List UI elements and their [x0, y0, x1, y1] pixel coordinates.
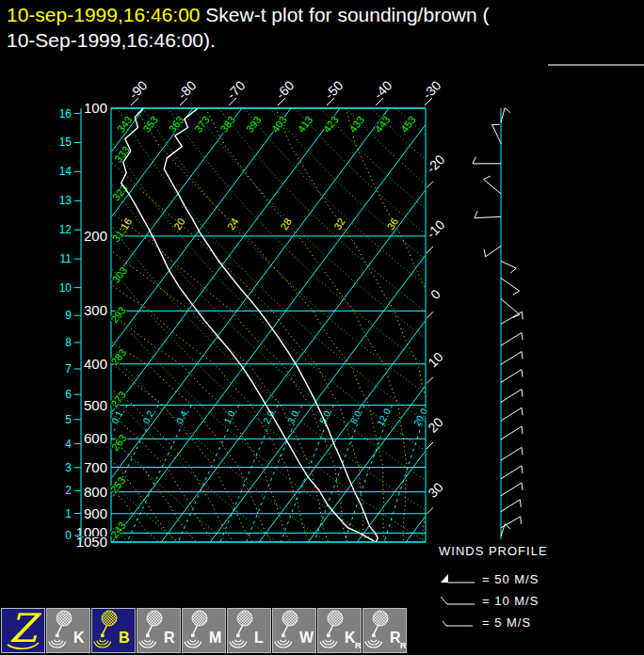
- svg-text:373: 373: [192, 114, 212, 135]
- svg-text:5: 5: [65, 413, 72, 426]
- svg-text:500: 500: [84, 397, 107, 413]
- svg-text:300: 300: [84, 302, 107, 318]
- svg-text:413: 413: [296, 114, 315, 135]
- svg-text:20: 20: [171, 216, 187, 232]
- svg-text:10: 10: [425, 349, 445, 370]
- svg-text:R: R: [355, 641, 361, 650]
- svg-text:400: 400: [84, 356, 107, 372]
- svg-text:1: 1: [65, 507, 72, 520]
- svg-text:0.1: 0.1: [109, 408, 124, 425]
- svg-text:200: 200: [84, 228, 107, 244]
- svg-text:R: R: [400, 641, 406, 650]
- zeus-logo-icon: Z: [2, 609, 44, 652]
- svg-text:353: 353: [140, 114, 160, 135]
- wind-full-barb-icon: [439, 595, 478, 607]
- legend-item-5ms: = 5 M/S: [439, 612, 548, 633]
- svg-text:393: 393: [244, 114, 264, 135]
- toolbar-button-letter: M: [209, 630, 221, 646]
- svg-text:453: 453: [398, 114, 418, 135]
- legend-label-50ms: = 50 M/S: [482, 572, 539, 586]
- toolbar-button-letter: B: [119, 630, 130, 646]
- svg-text:-80: -80: [175, 78, 200, 103]
- toolbar-button-kr[interactable]: KR: [317, 608, 362, 653]
- svg-text:3.0: 3.0: [285, 408, 300, 425]
- svg-text:8.0: 8.0: [348, 408, 363, 425]
- svg-text:7: 7: [65, 362, 72, 375]
- svg-text:12: 12: [59, 223, 72, 236]
- svg-text:403: 403: [269, 114, 289, 135]
- radiosonde-balloon-icon: M: [183, 609, 225, 652]
- svg-text:0: 0: [427, 286, 443, 302]
- svg-text:800: 800: [84, 484, 107, 500]
- toolbar-button-l[interactable]: L: [227, 608, 271, 653]
- dewpoint-trace: [121, 108, 375, 541]
- temperature-axis-right: -20-100102030: [424, 152, 448, 514]
- svg-text:-60: -60: [273, 78, 298, 103]
- svg-text:443: 443: [373, 114, 393, 135]
- svg-text:-90: -90: [126, 78, 151, 103]
- svg-text:303: 303: [110, 264, 130, 285]
- svg-text:6: 6: [65, 388, 72, 401]
- svg-text:30: 30: [425, 479, 445, 500]
- svg-text:11: 11: [60, 252, 72, 265]
- toolbar-button-m[interactable]: M: [182, 608, 226, 653]
- toolbar-button-b[interactable]: B: [91, 608, 136, 653]
- svg-text:-10: -10: [424, 217, 448, 242]
- svg-text:3: 3: [65, 461, 72, 474]
- svg-text:-20: -20: [424, 152, 448, 176]
- svg-text:100: 100: [84, 100, 107, 116]
- isobar-lines: [111, 108, 426, 542]
- svg-text:4: 4: [65, 438, 72, 451]
- temperature-trace: [164, 108, 378, 542]
- toolbar-button-letter: L: [254, 630, 264, 646]
- radiosonde-balloon-icon: L: [228, 609, 270, 652]
- svg-text:-50: -50: [322, 78, 346, 103]
- radiosonde-balloon-icon: K: [47, 609, 89, 652]
- toolbar-button-r[interactable]: R: [137, 608, 181, 653]
- radiosonde-balloon-icon: RR: [363, 609, 406, 652]
- toolbar-button-letter: W: [299, 630, 314, 646]
- height-axis: 012345678910111213141516: [59, 107, 81, 542]
- svg-text:24: 24: [225, 216, 241, 232]
- wind-half-barb-icon: [439, 616, 478, 629]
- svg-text:0.4: 0.4: [174, 408, 189, 425]
- legend-label-10ms: = 10 M/S: [482, 594, 539, 608]
- svg-text:900: 900: [84, 505, 107, 521]
- svg-text:600: 600: [84, 430, 107, 446]
- svg-text:-70: -70: [224, 78, 249, 103]
- svg-text:700: 700: [84, 459, 107, 475]
- dry-adiabat-lines: [0, 108, 644, 541]
- radiosonde-balloon-icon: R: [137, 609, 180, 652]
- svg-text:0.2: 0.2: [140, 408, 155, 425]
- svg-text:14: 14: [59, 165, 72, 178]
- svg-text:-30: -30: [420, 78, 444, 103]
- toolbar-button-letter: R: [164, 630, 175, 646]
- svg-text:9: 9: [65, 309, 72, 322]
- toolbar: ZKBRMLWKRRR: [1, 608, 407, 653]
- svg-text:16: 16: [59, 107, 72, 120]
- svg-text:28: 28: [278, 216, 294, 232]
- svg-text:13: 13: [59, 194, 72, 207]
- toolbar-button-w[interactable]: W: [272, 608, 316, 653]
- sounding-traces: [121, 108, 378, 542]
- radiosonde-balloon-icon: KR: [318, 609, 361, 652]
- legend-label-5ms: = 5 M/S: [482, 615, 531, 630]
- plot-border: [111, 108, 426, 542]
- svg-text:323: 323: [110, 183, 130, 203]
- wind-profile: [473, 108, 523, 539]
- skewt-app-window: 10-sep-1999,16:46:00 Skew-t plot for sou…: [0, 0, 644, 655]
- svg-text:423: 423: [321, 114, 341, 135]
- toolbar-button-letter: K: [73, 630, 85, 646]
- svg-text:2: 2: [65, 484, 72, 497]
- svg-text:2.0: 2.0: [261, 408, 276, 425]
- svg-text:15: 15: [59, 136, 72, 149]
- svg-text:8: 8: [65, 336, 72, 349]
- toolbar-button-z[interactable]: Z: [1, 608, 45, 653]
- toolbar-button-k[interactable]: K: [46, 608, 90, 653]
- winds-profile-legend: WINDS PROFILE = 50 M/S = 10 M/S = 5 M/S: [439, 544, 548, 633]
- svg-text:10: 10: [59, 281, 72, 295]
- svg-text:20: 20: [425, 414, 445, 435]
- toolbar-button-rr[interactable]: RR: [362, 608, 407, 653]
- svg-text:36: 36: [385, 216, 401, 232]
- svg-text:383: 383: [217, 114, 237, 135]
